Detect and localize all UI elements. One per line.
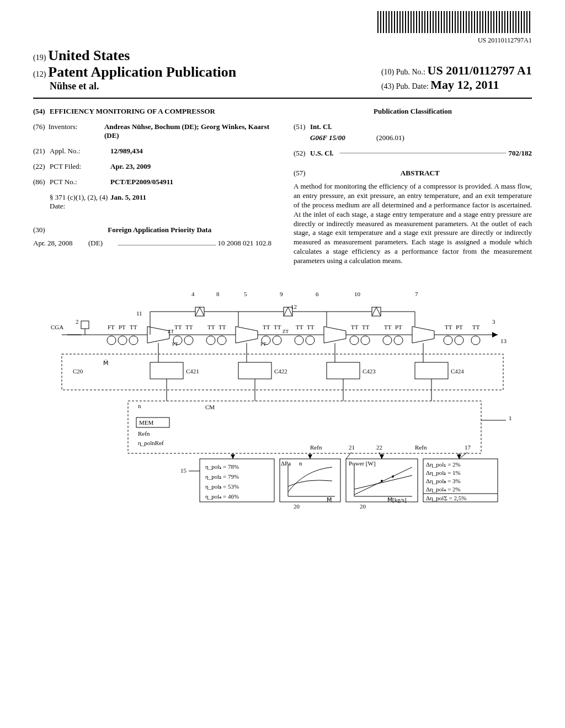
svg-marker-75 <box>457 454 461 459</box>
uscl-label: U.S. Cl. <box>310 149 338 158</box>
fig-pt3: PT <box>456 324 463 330</box>
fig-n: n <box>138 403 141 409</box>
fig-tt13: TT <box>445 324 452 330</box>
figure-svg: .fline { stroke: #000; stroke-width: 1; … <box>40 282 525 514</box>
svg-point-52 <box>392 475 394 478</box>
fig-c422: C422 <box>274 368 287 374</box>
svg-marker-21 <box>147 326 169 343</box>
fig-mdot: Ṁ <box>103 360 108 366</box>
code-10: (10) <box>381 68 394 76</box>
svg-marker-1 <box>492 332 498 338</box>
svg-rect-39 <box>238 362 271 379</box>
code-54: (54) <box>33 107 50 116</box>
svg-point-5 <box>129 336 138 345</box>
fig-20a: 20 <box>294 503 300 510</box>
svg-rect-42 <box>128 401 481 453</box>
fig-ax-mkgs: Ṁ[kg/s] <box>387 496 407 503</box>
fig-ptlow2: PT <box>260 341 266 347</box>
code-22: (22) <box>33 162 50 171</box>
svg-point-11 <box>273 336 281 345</box>
fig-22: 22 <box>376 444 382 451</box>
foreign-app-number: 10 2008 021 102.8 <box>218 239 272 248</box>
svg-point-19 <box>455 336 463 345</box>
publication-type: Patent Application Publication <box>48 64 236 80</box>
fig-c421: C421 <box>186 368 199 374</box>
publication-header: (19) United States (12) Patent Applicati… <box>33 47 532 99</box>
barcode-label: US 20110112797A1 <box>33 36 532 45</box>
fig-c424: C424 <box>451 368 464 374</box>
foreign-country: (DE) <box>88 239 116 248</box>
svg-marker-73 <box>380 454 384 459</box>
fig-zt2: ZT <box>282 329 289 334</box>
fig-pt2: PT <box>395 324 402 330</box>
fig-refn3: Refn <box>415 444 427 451</box>
foreign-date: Apr. 28, 2008 <box>33 239 88 248</box>
fig-cga: CGA <box>51 324 63 330</box>
inventors-label: Inventors: <box>49 122 104 140</box>
svg-point-18 <box>444 336 452 345</box>
svg-marker-71 <box>308 454 312 459</box>
code-76: (76) <box>33 122 49 140</box>
uscl-code: 702/182 <box>508 149 532 158</box>
fig-eff3: η_pol₃ = 53% <box>205 483 239 490</box>
fig-c423: C423 <box>363 368 376 374</box>
fig-tt8: TT <box>296 324 303 330</box>
fig-tt4: TT <box>207 324 215 330</box>
fig-eff4: η_pol₄ = 46% <box>205 493 239 500</box>
fig-dpol3: Δη_pol₃ = 3% <box>426 478 461 484</box>
s371-label: § 371 (c)(1), (2), (4) Date: <box>50 193 110 211</box>
svg-point-51 <box>381 480 383 482</box>
code-30: (30) <box>33 226 50 234</box>
fig-8: 8 <box>216 291 220 297</box>
fig-ax-dpa: ΔPa <box>281 460 291 467</box>
fig-tt2: TT <box>174 324 182 330</box>
svg-point-17 <box>394 336 403 345</box>
fig-eff2: η_pol₂ = 79% <box>205 473 239 480</box>
dotted-leader <box>340 153 506 153</box>
invention-title: EFFICIENCY MONITORING OF A COMPRESSOR <box>50 107 215 116</box>
fig-13: 13 <box>500 338 507 344</box>
fig-5: 5 <box>244 291 247 297</box>
fig-tt11: TT <box>362 324 370 330</box>
fig-ax-n: n <box>299 460 302 467</box>
fig-ft: FT <box>108 324 115 330</box>
svg-rect-76 <box>81 321 89 329</box>
fig-11: 11 <box>136 310 142 317</box>
right-column: Publication Classification (51) Int. Cl.… <box>294 107 532 266</box>
fig-dpolsum: Δη_polΣ = 2,5% <box>426 495 466 501</box>
fig-eff1: η_pol₁ = 78% <box>205 463 239 470</box>
fig-17: 17 <box>465 444 471 451</box>
svg-point-13 <box>306 336 315 345</box>
fig-3: 3 <box>492 318 495 325</box>
classification-head: Publication Classification <box>294 107 532 116</box>
svg-marker-24 <box>412 326 434 343</box>
intcl-year: (2006.01) <box>376 133 404 142</box>
author-block: Nühse et al. <box>50 81 236 92</box>
svg-rect-27 <box>372 307 381 316</box>
svg-point-14 <box>350 336 359 345</box>
pct-no-label: PCT No.: <box>50 178 110 186</box>
fig-10: 10 <box>354 291 361 297</box>
country-name: United States <box>48 47 130 63</box>
code-57: (57) <box>294 169 310 178</box>
svg-rect-25 <box>195 307 204 316</box>
fig-6: 6 <box>316 291 319 297</box>
barcode-icon <box>377 11 532 33</box>
svg-point-9 <box>217 336 226 345</box>
fig-tt: TT <box>130 324 137 330</box>
fig-tt10: TT <box>351 324 359 330</box>
svg-rect-38 <box>150 362 183 379</box>
fig-ax-m: Ṁ <box>327 496 332 503</box>
svg-point-15 <box>361 336 370 345</box>
fig-ptlow: PT <box>172 341 178 347</box>
left-column: (54) EFFICIENCY MONITORING OF A COMPRESS… <box>33 107 271 266</box>
svg-marker-23 <box>324 326 346 343</box>
fig-dpol1: Δη_pol₁ = 2% <box>426 461 461 468</box>
fig-tt12: TT <box>384 324 392 330</box>
code-19: (19) <box>33 53 46 62</box>
dotted-leader <box>118 237 216 245</box>
fig-pt: PT <box>119 324 126 330</box>
fig-etaref: η_polnRef <box>138 440 164 446</box>
fig-tt9: TT <box>307 324 315 330</box>
fig-4: 4 <box>191 291 195 297</box>
